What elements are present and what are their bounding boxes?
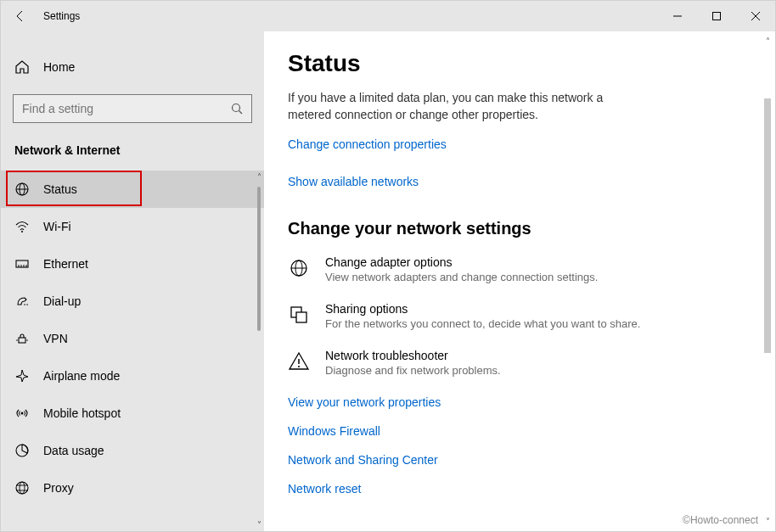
sidebar-item-label: Mobile hotspot — [43, 406, 121, 420]
svg-point-4 — [233, 104, 240, 112]
content-scrollbar[interactable]: ˄ ˅ — [762, 36, 773, 526]
sidebar-item-wifi[interactable]: Wi-Fi — [1, 208, 264, 245]
sidebar-item-label: Data usage — [43, 444, 104, 457]
sharing-icon — [288, 302, 310, 324]
sidebar-item-label: Airplane mode — [43, 369, 120, 383]
option-subtitle: Diagnose and fix network problems. — [325, 364, 501, 377]
hotspot-icon — [14, 406, 30, 421]
svg-point-22 — [16, 482, 28, 494]
link-change-connection-properties[interactable]: Change connection properties — [288, 137, 751, 151]
app-title: Settings — [43, 10, 80, 22]
adapter-icon — [288, 255, 310, 277]
sidebar-item-label: Ethernet — [43, 257, 88, 271]
option-subtitle: For the networks you connect to, decide … — [325, 317, 640, 330]
svg-point-32 — [298, 366, 300, 367]
link-show-available-networks[interactable]: Show available networks — [288, 175, 751, 188]
svg-point-18 — [16, 339, 18, 341]
option-subtitle: View network adapters and change connect… — [325, 271, 598, 283]
svg-point-15 — [24, 304, 25, 305]
search-icon — [230, 102, 244, 115]
sidebar-item-label: Dial-up — [43, 294, 81, 308]
svg-rect-17 — [19, 338, 25, 343]
proxy-icon — [14, 480, 30, 496]
content-inner: Status If you have a limited data plan, … — [264, 31, 775, 521]
sidebar-item-label: Status — [43, 182, 77, 196]
chevron-up-icon: ˄ — [766, 36, 770, 46]
data-usage-icon — [14, 443, 30, 458]
page-description: If you have a limited data plan, you can… — [288, 89, 619, 124]
dialup-icon — [14, 294, 30, 309]
sidebar-category-header: Network & Internet — [1, 138, 264, 171]
svg-rect-1 — [713, 13, 721, 20]
link-network-sharing-center[interactable]: Network and Sharing Center — [288, 453, 751, 467]
link-network-reset[interactable]: Network reset — [288, 482, 751, 496]
back-button[interactable] — [1, 1, 40, 31]
globe-icon — [14, 182, 30, 197]
sidebar-nav-list: Status Wi-Fi Ethernet — [1, 171, 264, 531]
sidebar-scrollbar[interactable]: ˄ ˅ — [254, 171, 264, 531]
titlebar: Settings — [1, 1, 775, 31]
svg-point-9 — [21, 231, 23, 232]
settings-window: Settings Home — [0, 0, 776, 532]
sidebar-item-label: VPN — [43, 332, 68, 345]
option-troubleshooter[interactable]: Network troubleshooter Diagnose and fix … — [288, 349, 751, 377]
option-change-adapter[interactable]: Change adapter options View network adap… — [288, 255, 751, 283]
sidebar-item-vpn[interactable]: VPN — [1, 320, 264, 357]
minimize-button[interactable] — [658, 1, 697, 31]
watermark: ©Howto-connect — [683, 514, 758, 526]
svg-rect-30 — [296, 312, 306, 322]
option-sharing[interactable]: Sharing options For the networks you con… — [288, 302, 751, 330]
svg-point-16 — [26, 304, 28, 305]
close-button[interactable] — [736, 1, 775, 31]
body: Home Network & Internet Status — [1, 31, 775, 531]
option-title: Sharing options — [325, 302, 640, 316]
sidebar-item-status[interactable]: Status — [1, 171, 264, 208]
sidebar-scroll-thumb[interactable] — [257, 187, 261, 331]
sidebar-home[interactable]: Home — [1, 48, 264, 86]
section-heading: Change your network settings — [288, 219, 751, 238]
warning-icon — [288, 349, 310, 371]
vpn-icon — [14, 331, 30, 346]
chevron-down-icon: ˅ — [257, 520, 261, 529]
content-scroll-thumb[interactable] — [764, 98, 771, 353]
link-view-network-properties[interactable]: View your network properties — [288, 395, 751, 409]
svg-line-5 — [239, 111, 243, 115]
home-icon — [14, 59, 30, 75]
svg-point-23 — [20, 482, 25, 494]
sidebar: Home Network & Internet Status — [1, 31, 264, 531]
page-title: Status — [288, 50, 751, 77]
sidebar-item-proxy[interactable]: Proxy — [1, 469, 264, 507]
search-input[interactable] — [13, 94, 252, 123]
content-pane: Status If you have a limited data plan, … — [264, 31, 775, 531]
airplane-icon — [14, 368, 30, 384]
sidebar-home-label: Home — [43, 60, 75, 74]
sidebar-item-ethernet[interactable]: Ethernet — [1, 245, 264, 283]
ethernet-icon — [14, 256, 30, 272]
wifi-icon — [14, 219, 30, 234]
sidebar-item-datausage[interactable]: Data usage — [1, 432, 264, 469]
sidebar-item-airplane[interactable]: Airplane mode — [1, 357, 264, 395]
link-windows-firewall[interactable]: Windows Firewall — [288, 424, 751, 438]
sidebar-item-hotspot[interactable]: Mobile hotspot — [1, 395, 264, 432]
sidebar-item-label: Wi-Fi — [43, 220, 71, 233]
option-title: Network troubleshooter — [325, 349, 501, 362]
maximize-button[interactable] — [697, 1, 736, 31]
svg-point-20 — [21, 412, 24, 415]
chevron-up-icon: ˄ — [257, 172, 261, 182]
sidebar-item-dialup[interactable]: Dial-up — [1, 283, 264, 320]
svg-point-19 — [26, 339, 28, 341]
chevron-down-icon: ˅ — [766, 517, 770, 526]
search-container — [1, 94, 264, 138]
sidebar-item-label: Proxy — [43, 481, 74, 495]
option-title: Change adapter options — [325, 255, 598, 269]
scroll-track[interactable] — [762, 48, 773, 515]
